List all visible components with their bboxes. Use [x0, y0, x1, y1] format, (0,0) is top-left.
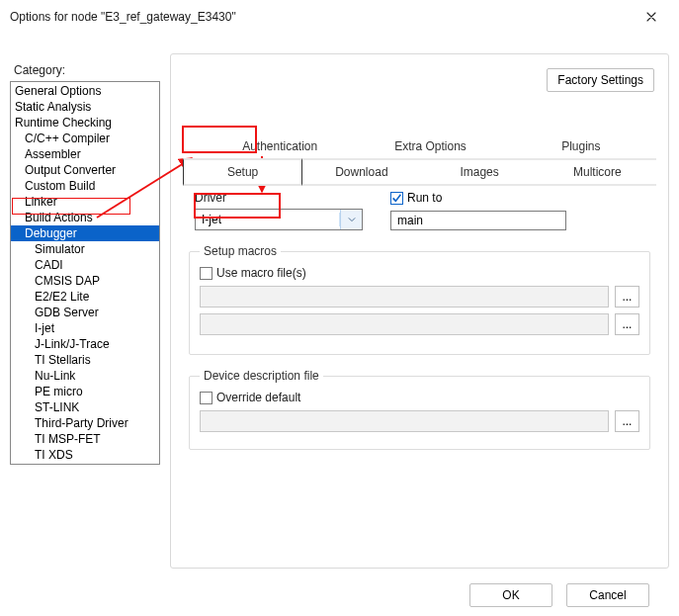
tabs: AuthenticationExtra OptionsPlugins Setup…	[183, 133, 656, 186]
tab-multicore[interactable]: Multicore	[539, 158, 656, 186]
driver-label: Driver	[195, 191, 363, 205]
category-item[interactable]: General Options	[11, 83, 159, 99]
macro-file-1-browse-button[interactable]: ...	[615, 286, 639, 308]
tab-images[interactable]: Images	[421, 158, 539, 186]
category-item[interactable]: Debugger	[11, 225, 159, 241]
dialog-button-bar: OK Cancel	[0, 574, 679, 616]
category-item[interactable]: Nu-Link	[11, 368, 159, 384]
tab-authentication[interactable]: Authentication	[205, 133, 355, 158]
run-to-checkbox[interactable]	[390, 192, 403, 205]
category-item[interactable]: TI Stellaris	[11, 352, 159, 368]
category-item[interactable]: CADI	[11, 257, 159, 273]
setup-macros-legend: Setup macros	[200, 244, 281, 258]
category-item[interactable]: I-jet	[11, 320, 159, 336]
tab-setup-content: Driver I-jet Run to Setup macros	[183, 187, 656, 556]
category-listbox[interactable]: General OptionsStatic AnalysisRuntime Ch…	[10, 81, 160, 465]
category-item[interactable]: Simulator	[11, 241, 159, 257]
override-default-label: Override default	[216, 391, 300, 404]
tab-setup[interactable]: Setup	[183, 158, 302, 186]
category-item[interactable]: Custom Build	[11, 178, 159, 194]
category-item[interactable]: Third-Party Driver	[11, 415, 159, 431]
setup-macros-group: Setup macros Use macro file(s) ... ...	[189, 244, 650, 355]
category-item[interactable]: ST-LINK	[11, 399, 159, 415]
macro-file-1-input	[200, 286, 609, 308]
category-item[interactable]: Linker	[11, 194, 159, 210]
use-macro-label: Use macro file(s)	[216, 266, 306, 280]
device-desc-file-input	[200, 410, 609, 432]
device-description-group: Device description file Override default…	[189, 369, 650, 450]
macro-file-2-browse-button[interactable]: ...	[615, 313, 639, 335]
factory-settings-button[interactable]: Factory Settings	[547, 68, 654, 92]
category-item[interactable]: Output Converter	[11, 162, 159, 178]
category-item[interactable]: Assembler	[11, 146, 159, 162]
ok-button[interactable]: OK	[469, 583, 552, 607]
override-default-checkbox[interactable]	[200, 392, 212, 404]
category-item[interactable]: TI MSP-FET	[11, 431, 159, 447]
driver-dropdown[interactable]: I-jet	[195, 209, 363, 230]
window-title: Options for node "E3_ref_gateway_E3430"	[10, 10, 236, 24]
macro-file-2-input	[200, 313, 609, 335]
category-item[interactable]: CMSIS DAP	[11, 273, 159, 289]
driver-dropdown-value: I-jet	[196, 213, 340, 226]
device-description-legend: Device description file	[200, 369, 323, 383]
category-item[interactable]: C/C++ Compiler	[11, 131, 159, 146]
category-item[interactable]: PE micro	[11, 384, 159, 399]
close-icon[interactable]	[634, 4, 669, 30]
options-panel: Factory Settings AuthenticationExtra Opt…	[170, 53, 669, 569]
run-to-input[interactable]	[390, 211, 566, 230]
device-desc-browse-button[interactable]: ...	[615, 410, 639, 432]
tab-plugins[interactable]: Plugins	[506, 133, 656, 158]
tab-download[interactable]: Download	[302, 158, 420, 186]
category-item[interactable]: TI XDS	[11, 447, 159, 463]
chevron-down-icon[interactable]	[340, 210, 362, 229]
category-item[interactable]: Runtime Checking	[11, 115, 159, 131]
category-item[interactable]: J-Link/J-Trace	[11, 336, 159, 352]
title-bar: Options for node "E3_ref_gateway_E3430"	[0, 0, 679, 34]
category-item[interactable]: Static Analysis	[11, 99, 159, 115]
tab-extra-options[interactable]: Extra Options	[355, 133, 505, 158]
category-item[interactable]: GDB Server	[11, 305, 159, 320]
cancel-button[interactable]: Cancel	[566, 583, 649, 607]
run-to-label: Run to	[407, 191, 442, 205]
category-item[interactable]: E2/E2 Lite	[11, 289, 159, 305]
use-macro-checkbox[interactable]	[200, 267, 212, 280]
category-item[interactable]: Build Actions	[11, 210, 159, 225]
